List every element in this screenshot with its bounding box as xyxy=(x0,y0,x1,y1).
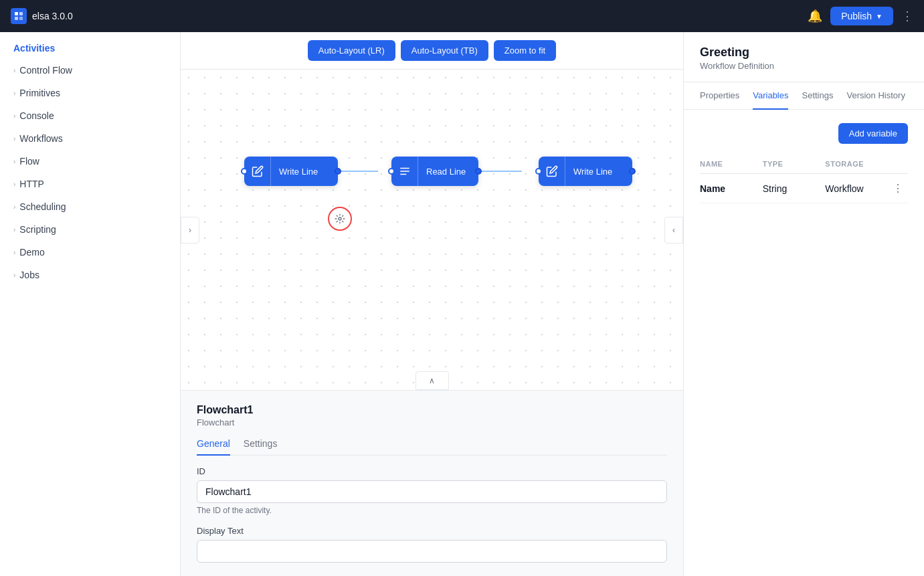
svg-rect-1 xyxy=(19,12,23,15)
col-header-name: NAME xyxy=(700,160,757,168)
node-icon-2 xyxy=(391,157,418,186)
main-layout: Activities ›Control Flow›Primitives›Cons… xyxy=(0,32,924,576)
sidebar-item-console[interactable]: ›Console xyxy=(0,104,180,127)
table-row: Name String Workflow ⋮ xyxy=(700,174,908,203)
arrow-icon: › xyxy=(13,226,15,233)
arrow-icon: › xyxy=(13,67,15,74)
display-text-label: Display Text xyxy=(197,526,667,536)
right-panel: Greeting Workflow Definition PropertiesV… xyxy=(683,32,924,576)
write-line-node-2[interactable]: Write Line xyxy=(539,157,632,186)
sidebar-item-label: Primitives xyxy=(19,88,60,98)
sidebar-item-label: Workflows xyxy=(19,133,62,144)
sidebar-item-label: Flow xyxy=(19,156,39,167)
publish-button[interactable]: Publish ▼ xyxy=(830,7,893,25)
zoom-to-fit-button[interactable]: Zoom to fit xyxy=(494,40,556,61)
arrow-icon: › xyxy=(13,158,15,165)
svg-rect-2 xyxy=(15,17,18,20)
svg-point-9 xyxy=(339,217,341,220)
variable-storage-cell: Workflow xyxy=(825,183,883,194)
connection-circle[interactable] xyxy=(328,207,352,231)
sidebar-item-primitives[interactable]: ›Primitives xyxy=(0,82,180,104)
right-tab-properties[interactable]: Properties xyxy=(700,82,739,110)
sidebar-item-label: Scheduling xyxy=(19,201,66,212)
logo-area: elsa 3.0.0 xyxy=(11,8,73,24)
arrow-icon: › xyxy=(13,181,15,188)
auto-layout-lr-button[interactable]: Auto-Layout (LR) xyxy=(308,40,395,61)
chevron-left-icon: ‹ xyxy=(672,225,675,235)
node-port-left-2 xyxy=(388,168,395,175)
bottom-panel-subtitle: Flowchart xyxy=(197,417,667,427)
arrow-icon: › xyxy=(13,203,15,211)
write-line-node-1-label: Write Line xyxy=(271,167,326,177)
variable-type-cell: String xyxy=(763,183,820,194)
node-port-left-3 xyxy=(535,168,542,175)
sidebar-item-label: Jobs xyxy=(19,270,39,280)
bottom-tab-settings[interactable]: Settings xyxy=(244,438,278,456)
sidebar-item-scheduling[interactable]: ›Scheduling xyxy=(0,195,180,218)
canvas-toolbar: Auto-Layout (LR) Auto-Layout (TB) Zoom t… xyxy=(181,32,683,70)
id-input[interactable] xyxy=(197,480,667,503)
right-panel-subtitle: Workflow Definition xyxy=(700,61,908,71)
sidebar-item-flow[interactable]: ›Flow xyxy=(0,150,180,173)
sidebar-item-demo[interactable]: ›Demo xyxy=(0,241,180,264)
sidebar-item-control-flow[interactable]: ›Control Flow xyxy=(0,59,180,82)
variables-table-header: NAME TYPE STORAGE xyxy=(700,155,908,174)
canvas-toggle-right[interactable]: ‹ xyxy=(664,217,683,244)
sidebar-title: Activities xyxy=(13,32,167,59)
add-variable-button[interactable]: Add variable xyxy=(838,123,908,144)
right-tab-settings[interactable]: Settings xyxy=(802,82,833,110)
sidebar-item-label: Console xyxy=(19,110,54,121)
center-area: Auto-Layout (LR) Auto-Layout (TB) Zoom t… xyxy=(181,32,683,576)
arrow-icon: › xyxy=(13,112,15,120)
write-line-node-2-label: Write Line xyxy=(565,167,620,177)
canvas-toggle-left[interactable]: › xyxy=(181,217,199,244)
arrow-icon: › xyxy=(13,272,15,279)
bottom-tab-general[interactable]: General xyxy=(197,438,230,456)
canvas-toggle-bottom[interactable]: ∧ xyxy=(415,371,449,390)
col-header-type: TYPE xyxy=(763,160,820,168)
id-label: ID xyxy=(197,466,667,476)
sidebar-item-http[interactable]: ›HTTP xyxy=(0,173,180,195)
bottom-panel-tabs: GeneralSettings xyxy=(197,438,667,456)
sidebar-item-label: Scripting xyxy=(19,224,56,235)
bell-icon[interactable]: 🔔 xyxy=(808,9,822,23)
svg-rect-3 xyxy=(19,17,23,20)
node-icon-3 xyxy=(539,157,565,186)
right-tab-version-history[interactable]: Version History xyxy=(846,82,905,110)
sidebar-item-label: Control Flow xyxy=(19,65,72,76)
variable-more-icon[interactable]: ⋮ xyxy=(888,182,908,195)
sidebar-item-workflows[interactable]: ›Workflows xyxy=(0,127,180,150)
canvas-grid[interactable]: Write Line Read Line xyxy=(181,70,683,390)
arrow-icon: › xyxy=(13,90,15,97)
chevron-up-icon: ∧ xyxy=(429,376,435,385)
write-line-node-1[interactable]: Write Line xyxy=(244,157,338,186)
right-panel-body: Add variable NAME TYPE STORAGE Name Stri… xyxy=(684,110,924,217)
id-form-group: ID The ID of the activity. xyxy=(197,466,667,515)
read-line-node[interactable]: Read Line xyxy=(391,157,478,186)
read-line-node-label: Read Line xyxy=(418,167,474,177)
logo-icon xyxy=(11,8,27,24)
node-port-right-3 xyxy=(629,168,636,175)
auto-layout-tb-button[interactable]: Auto-Layout (TB) xyxy=(401,40,488,61)
header: elsa 3.0.0 🔔 Publish ▼ ⋮ xyxy=(0,0,924,32)
sidebar-item-jobs[interactable]: ›Jobs xyxy=(0,264,180,286)
logo-text: elsa 3.0.0 xyxy=(32,11,73,21)
node-port-right-1 xyxy=(335,168,341,175)
sidebar-item-scripting[interactable]: ›Scripting xyxy=(0,218,180,241)
variables-table: NAME TYPE STORAGE Name String Workflow ⋮ xyxy=(700,155,908,203)
bottom-panel-title: Flowchart1 xyxy=(197,404,667,416)
arrow-icon: › xyxy=(13,135,15,142)
variable-name-cell: Name xyxy=(700,183,757,194)
header-right: 🔔 Publish ▼ ⋮ xyxy=(808,7,913,25)
right-panel-header: Greeting Workflow Definition xyxy=(684,32,924,82)
sidebar-item-label: Demo xyxy=(19,247,44,258)
canvas-container[interactable]: Write Line Read Line xyxy=(181,70,683,390)
right-tab-variables[interactable]: Variables xyxy=(753,82,788,110)
sidebar-item-label: HTTP xyxy=(19,179,44,189)
node-port-right-2 xyxy=(475,168,482,175)
more-options-icon[interactable]: ⋮ xyxy=(901,9,913,23)
publish-chevron-icon: ▼ xyxy=(876,13,883,20)
col-header-storage: STORAGE xyxy=(825,160,883,168)
display-text-input[interactable] xyxy=(197,540,667,563)
chevron-right-icon: › xyxy=(189,225,191,235)
